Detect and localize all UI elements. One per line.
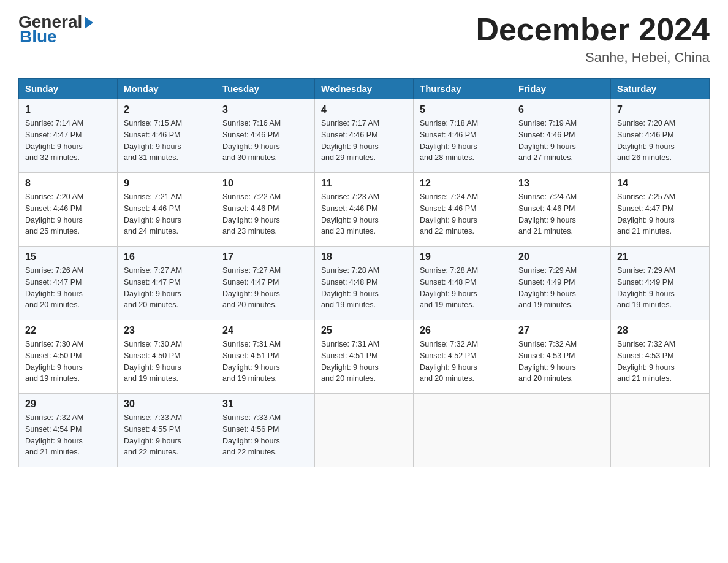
day-info: Sunrise: 7:16 AMSunset: 4:46 PMDaylight:… <box>222 118 308 164</box>
day-cell: 7Sunrise: 7:20 AMSunset: 4:46 PMDaylight… <box>611 99 710 173</box>
day-info: Sunrise: 7:17 AMSunset: 4:46 PMDaylight:… <box>321 118 407 164</box>
day-cell: 23Sunrise: 7:30 AMSunset: 4:50 PMDayligh… <box>118 320 216 394</box>
day-number: 8 <box>25 178 111 189</box>
day-info: Sunrise: 7:20 AMSunset: 4:46 PMDaylight:… <box>25 191 111 237</box>
day-number: 1 <box>25 104 111 115</box>
day-info: Sunrise: 7:32 AMSunset: 4:53 PMDaylight:… <box>617 339 703 385</box>
logo: General Blue <box>18 12 93 47</box>
day-cell: 20Sunrise: 7:29 AMSunset: 4:49 PMDayligh… <box>512 247 611 320</box>
day-number: 2 <box>124 104 210 115</box>
calendar-body: 1Sunrise: 7:14 AMSunset: 4:47 PMDaylight… <box>19 99 710 467</box>
logo-arrow-icon <box>85 17 93 29</box>
day-number: 27 <box>518 325 604 336</box>
day-number: 18 <box>321 251 407 262</box>
day-info: Sunrise: 7:20 AMSunset: 4:46 PMDaylight:… <box>617 118 703 164</box>
day-number: 16 <box>124 251 210 262</box>
day-cell: 26Sunrise: 7:32 AMSunset: 4:52 PMDayligh… <box>414 320 512 394</box>
calendar-header: SundayMondayTuesdayWednesdayThursdayFrid… <box>19 79 710 99</box>
day-info: Sunrise: 7:32 AMSunset: 4:53 PMDaylight:… <box>518 339 604 385</box>
day-number: 4 <box>321 104 407 115</box>
day-info: Sunrise: 7:29 AMSunset: 4:49 PMDaylight:… <box>518 265 604 311</box>
day-number: 3 <box>222 104 308 115</box>
day-number: 11 <box>321 178 407 189</box>
day-cell: 1Sunrise: 7:14 AMSunset: 4:47 PMDaylight… <box>19 99 118 173</box>
day-info: Sunrise: 7:31 AMSunset: 4:51 PMDaylight:… <box>222 339 308 385</box>
week-row-5: 29Sunrise: 7:32 AMSunset: 4:54 PMDayligh… <box>19 394 710 467</box>
day-cell: 31Sunrise: 7:33 AMSunset: 4:56 PMDayligh… <box>216 394 315 467</box>
header-cell-saturday: Saturday <box>611 79 710 99</box>
day-info: Sunrise: 7:21 AMSunset: 4:46 PMDaylight:… <box>124 191 210 237</box>
day-cell: 5Sunrise: 7:18 AMSunset: 4:46 PMDaylight… <box>414 99 512 173</box>
day-number: 21 <box>617 251 703 262</box>
day-cell: 28Sunrise: 7:32 AMSunset: 4:53 PMDayligh… <box>611 320 710 394</box>
day-number: 7 <box>617 104 703 115</box>
day-cell: 6Sunrise: 7:19 AMSunset: 4:46 PMDaylight… <box>512 99 611 173</box>
day-cell: 13Sunrise: 7:24 AMSunset: 4:46 PMDayligh… <box>512 173 611 247</box>
day-info: Sunrise: 7:30 AMSunset: 4:50 PMDaylight:… <box>124 339 210 385</box>
day-cell: 12Sunrise: 7:24 AMSunset: 4:46 PMDayligh… <box>414 173 512 247</box>
day-info: Sunrise: 7:23 AMSunset: 4:46 PMDaylight:… <box>321 191 407 237</box>
day-cell: 24Sunrise: 7:31 AMSunset: 4:51 PMDayligh… <box>216 320 315 394</box>
day-info: Sunrise: 7:26 AMSunset: 4:47 PMDaylight:… <box>25 265 111 311</box>
day-info: Sunrise: 7:33 AMSunset: 4:56 PMDaylight:… <box>222 412 308 458</box>
day-info: Sunrise: 7:32 AMSunset: 4:52 PMDaylight:… <box>420 339 506 385</box>
day-cell: 21Sunrise: 7:29 AMSunset: 4:49 PMDayligh… <box>611 247 710 320</box>
day-cell: 17Sunrise: 7:27 AMSunset: 4:47 PMDayligh… <box>216 247 315 320</box>
day-number: 12 <box>420 178 506 189</box>
week-row-3: 15Sunrise: 7:26 AMSunset: 4:47 PMDayligh… <box>19 247 710 320</box>
day-cell: 15Sunrise: 7:26 AMSunset: 4:47 PMDayligh… <box>19 247 118 320</box>
day-info: Sunrise: 7:19 AMSunset: 4:46 PMDaylight:… <box>518 118 604 164</box>
day-cell <box>611 394 710 467</box>
title-block: December 2024 Sanhe, Hebei, China <box>476 12 710 66</box>
day-cell: 3Sunrise: 7:16 AMSunset: 4:46 PMDaylight… <box>216 99 315 173</box>
day-info: Sunrise: 7:27 AMSunset: 4:47 PMDaylight:… <box>124 265 210 311</box>
page-subtitle: Sanhe, Hebei, China <box>476 50 710 66</box>
header-cell-friday: Friday <box>512 79 611 99</box>
day-info: Sunrise: 7:15 AMSunset: 4:46 PMDaylight:… <box>124 118 210 164</box>
day-cell: 8Sunrise: 7:20 AMSunset: 4:46 PMDaylight… <box>19 173 118 247</box>
day-info: Sunrise: 7:27 AMSunset: 4:47 PMDaylight:… <box>222 265 308 311</box>
day-info: Sunrise: 7:24 AMSunset: 4:46 PMDaylight:… <box>518 191 604 237</box>
day-cell: 30Sunrise: 7:33 AMSunset: 4:55 PMDayligh… <box>118 394 216 467</box>
day-info: Sunrise: 7:28 AMSunset: 4:48 PMDaylight:… <box>420 265 506 311</box>
day-info: Sunrise: 7:32 AMSunset: 4:54 PMDaylight:… <box>25 412 111 458</box>
header-cell-thursday: Thursday <box>414 79 512 99</box>
day-cell: 29Sunrise: 7:32 AMSunset: 4:54 PMDayligh… <box>19 394 118 467</box>
day-cell: 16Sunrise: 7:27 AMSunset: 4:47 PMDayligh… <box>118 247 216 320</box>
week-row-2: 8Sunrise: 7:20 AMSunset: 4:46 PMDaylight… <box>19 173 710 247</box>
day-info: Sunrise: 7:29 AMSunset: 4:49 PMDaylight:… <box>617 265 703 311</box>
logo-blue: Blue <box>20 27 57 47</box>
calendar-table: SundayMondayTuesdayWednesdayThursdayFrid… <box>18 78 710 467</box>
day-cell <box>315 394 414 467</box>
day-cell: 2Sunrise: 7:15 AMSunset: 4:46 PMDaylight… <box>118 99 216 173</box>
header-row: SundayMondayTuesdayWednesdayThursdayFrid… <box>19 79 710 99</box>
page-header: General Blue December 2024 Sanhe, Hebei,… <box>18 12 710 66</box>
day-info: Sunrise: 7:22 AMSunset: 4:46 PMDaylight:… <box>222 191 308 237</box>
day-info: Sunrise: 7:28 AMSunset: 4:48 PMDaylight:… <box>321 265 407 311</box>
day-info: Sunrise: 7:30 AMSunset: 4:50 PMDaylight:… <box>25 339 111 385</box>
day-info: Sunrise: 7:18 AMSunset: 4:46 PMDaylight:… <box>420 118 506 164</box>
day-info: Sunrise: 7:25 AMSunset: 4:47 PMDaylight:… <box>617 191 703 237</box>
day-info: Sunrise: 7:14 AMSunset: 4:47 PMDaylight:… <box>25 118 111 164</box>
day-number: 25 <box>321 325 407 336</box>
day-cell: 9Sunrise: 7:21 AMSunset: 4:46 PMDaylight… <box>118 173 216 247</box>
header-cell-tuesday: Tuesday <box>216 79 315 99</box>
day-number: 5 <box>420 104 506 115</box>
day-number: 15 <box>25 251 111 262</box>
day-number: 10 <box>222 178 308 189</box>
day-number: 19 <box>420 251 506 262</box>
day-number: 24 <box>222 325 308 336</box>
day-cell: 27Sunrise: 7:32 AMSunset: 4:53 PMDayligh… <box>512 320 611 394</box>
day-cell: 14Sunrise: 7:25 AMSunset: 4:47 PMDayligh… <box>611 173 710 247</box>
day-number: 14 <box>617 178 703 189</box>
day-cell <box>414 394 512 467</box>
header-cell-wednesday: Wednesday <box>315 79 414 99</box>
day-number: 30 <box>124 399 210 410</box>
page-title: December 2024 <box>476 12 710 47</box>
header-cell-monday: Monday <box>118 79 216 99</box>
day-number: 26 <box>420 325 506 336</box>
day-number: 28 <box>617 325 703 336</box>
day-info: Sunrise: 7:24 AMSunset: 4:46 PMDaylight:… <box>420 191 506 237</box>
day-info: Sunrise: 7:31 AMSunset: 4:51 PMDaylight:… <box>321 339 407 385</box>
week-row-4: 22Sunrise: 7:30 AMSunset: 4:50 PMDayligh… <box>19 320 710 394</box>
